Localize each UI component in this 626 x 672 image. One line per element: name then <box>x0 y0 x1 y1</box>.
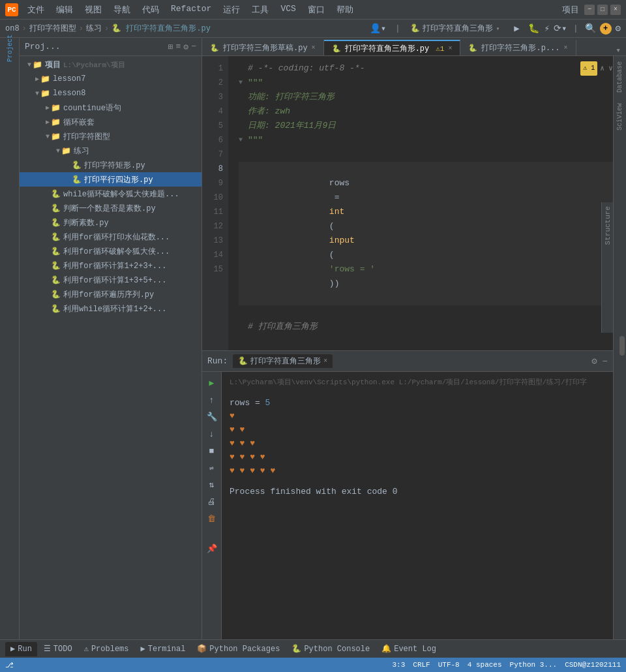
tree-while-sum[interactable]: ▶ 🐍 利用while循环计算1+2+... <box>20 301 201 316</box>
close-button[interactable]: × <box>610 5 621 15</box>
tree-prime1[interactable]: ▶ 🐍 判断一个数是否是素数.py <box>20 201 201 215</box>
menu-navigate[interactable]: 导航 <box>108 3 136 17</box>
bottom-tab-packages[interactable]: 📦 Python Packages <box>192 642 285 656</box>
line-num-4: 4 <box>202 104 223 119</box>
code-line-2: ▼ """ <box>239 76 613 90</box>
run-play-icon[interactable]: ▶ <box>205 376 219 390</box>
run-minimize-icon[interactable]: − <box>603 356 608 367</box>
tab-active-icon: 🐍 <box>332 44 341 53</box>
collapse-all-icon[interactable]: ⊞ <box>168 42 173 52</box>
breadcrumb-file[interactable]: 🐍 打印字符直角三角形.py <box>112 23 211 34</box>
tree-parallelogram-py[interactable]: ▶ 🐍 打印平行四边形.py <box>20 172 201 187</box>
python-version[interactable]: Python 3... <box>510 661 558 669</box>
tree-lesson7[interactable]: ▶ 📁 lesson7 <box>20 72 201 86</box>
menu-run[interactable]: 运行 <box>218 3 245 17</box>
bottom-tab-run[interactable]: ▶ Run <box>5 642 37 656</box>
coverage-button[interactable]: ⚡ <box>544 23 549 34</box>
menu-refactor[interactable]: Refactor <box>166 3 216 17</box>
menu-tools[interactable]: 工具 <box>246 3 274 17</box>
cursor-position[interactable]: 3:3 <box>393 661 406 669</box>
line-num-13: 13 <box>202 234 223 248</box>
run-config-label[interactable]: 打印字符直角三角形 <box>423 23 493 34</box>
profile-button[interactable]: ⟳▾ <box>554 23 567 34</box>
line-num-7: 7 <box>202 147 223 162</box>
run-wrench-icon[interactable]: 🔧 <box>205 410 219 424</box>
tree-for-sum1[interactable]: ▶ 🐍 利用for循环计算1+2+3+... <box>20 258 201 273</box>
maximize-button[interactable]: □ <box>597 5 608 15</box>
menu-window[interactable]: 窗口 <box>303 3 330 17</box>
run-tab-label: 打印字符直角三角形 <box>250 356 321 367</box>
run-down-icon[interactable]: ↓ <box>205 427 219 441</box>
line-num-11: 11 <box>202 205 223 219</box>
run-button[interactable]: ▶ <box>510 22 523 35</box>
tree-for-traverse[interactable]: ▶ 🐍 利用for循环遍历序列.py <box>20 287 201 301</box>
tab-active-close[interactable]: × <box>448 45 452 52</box>
breadcrumb-on8[interactable]: on8 <box>5 24 20 33</box>
user-icon[interactable]: 👤▾ <box>370 23 386 34</box>
tab-active[interactable]: 🐍 打印字符直角三角形.py ⚠1 × <box>324 40 461 55</box>
console-label: Python Console <box>304 645 370 654</box>
line-ending[interactable]: CRLF <box>413 661 430 669</box>
code-editor[interactable]: 1 2 3 4 5 6 7 8 9 10 11 12 13 14 <box>202 56 613 350</box>
bottom-tab-terminal[interactable]: ▶ Terminal <box>136 642 191 656</box>
tree-lesson8[interactable]: ▼ 📁 lesson8 <box>20 86 201 100</box>
run-print-icon[interactable]: 🖨 <box>205 495 219 509</box>
run-stop-icon[interactable]: ■ <box>205 444 219 458</box>
tab-third-close[interactable]: × <box>564 44 568 52</box>
settings-button[interactable]: ⚙ <box>616 23 621 34</box>
bottom-tab-eventlog[interactable]: 🔔 Event Log <box>376 642 441 656</box>
menu-code[interactable]: 代码 <box>137 3 164 17</box>
menu-file[interactable]: 文件 <box>22 3 50 17</box>
run-panel: Run: 🐍 打印字符直角三角形 × ⚙ − ▶ ↑ <box>202 350 613 639</box>
structure-tab[interactable]: Structure <box>602 202 614 249</box>
tab-draft[interactable]: 🐍 打印字符三角形草稿.py × <box>202 40 324 55</box>
minimize-button[interactable]: − <box>584 5 595 15</box>
sciview-tab[interactable]: SciView <box>615 98 625 136</box>
encoding[interactable]: UTF-8 <box>438 661 460 669</box>
run-settings-icon[interactable]: ⚙ <box>591 356 597 367</box>
panel-minimize-icon[interactable]: − <box>191 42 196 52</box>
search-button[interactable]: 🔍 <box>585 23 596 34</box>
panel-options-icon[interactable]: ⚙ <box>183 42 188 52</box>
tree-root[interactable]: ▼ 📁 项目 L:\Pycharm\项目 <box>20 57 201 72</box>
breadcrumb-folder[interactable]: 打印字符图型 <box>29 23 76 34</box>
run-wrap-icon[interactable]: ⇌ <box>205 461 219 475</box>
tree-narcissus[interactable]: ▶ 🐍 利用for循环打印水仙花数... <box>20 230 201 244</box>
line-num-3: 3 <box>202 90 223 104</box>
bottom-tab-python-console[interactable]: 🐍 Python Console <box>286 642 375 656</box>
tabs-overflow-icon[interactable]: ▾ <box>616 45 626 55</box>
run-up-icon[interactable]: ↑ <box>205 393 219 407</box>
scroll-from-source-icon[interactable]: ≡ <box>176 42 181 52</box>
code-content[interactable]: # -*- coding: utf-8 -*- ⚠ 1 ∧ ∨ ▼ """ <box>228 56 613 350</box>
debug-button[interactable]: 🐛 <box>527 22 540 35</box>
indent-info[interactable]: 4 spaces <box>468 661 502 669</box>
database-tab[interactable]: Database <box>615 56 625 98</box>
tree-prime2[interactable]: ▶ 🐍 判断素数.py <box>20 215 201 230</box>
run-tab-active[interactable]: 🐍 打印字符直角三角形 × <box>233 354 333 368</box>
menu-help[interactable]: 帮助 <box>331 3 359 17</box>
run-clear-icon[interactable]: 🗑 <box>205 512 219 526</box>
tree-countinue[interactable]: ▶ 📁 countinue语句 <box>20 100 201 115</box>
tree-rect-py[interactable]: ▶ 🐍 打印字符矩形.py <box>20 158 201 172</box>
bottom-tab-problems[interactable]: ⚠ Problems <box>79 642 134 656</box>
tree-loop-nested[interactable]: ▶ 📁 循环嵌套 <box>20 115 201 129</box>
run-filter-icon[interactable]: ⇅ <box>205 478 219 492</box>
menu-view[interactable]: 视图 <box>80 3 107 17</box>
project-sidebar-toggle[interactable]: Project <box>2 40 18 56</box>
breadcrumb-subfolder[interactable]: 练习 <box>86 23 102 34</box>
plus-button[interactable]: + <box>600 23 612 35</box>
tab-draft-close[interactable]: × <box>312 44 316 52</box>
tree-practice[interactable]: ▼ 📁 练习 <box>20 144 201 158</box>
run-tab-close[interactable]: × <box>323 358 327 365</box>
menu-edit[interactable]: 编辑 <box>51 3 78 17</box>
tree-for-crack[interactable]: ▶ 🐍 利用for循环破解令狐大侠... <box>20 244 201 258</box>
run-pin-icon[interactable]: 📌 <box>205 542 219 556</box>
tab-third[interactable]: 🐍 打印字符三角形.p... × <box>460 40 576 55</box>
menu-vcs[interactable]: VCS <box>275 3 301 17</box>
status-bar: ⎇ 3:3 CRLF UTF-8 4 spaces Python 3... CS… <box>0 658 626 672</box>
window-controls: − □ × <box>584 5 621 15</box>
tree-for-sum2[interactable]: ▶ 🐍 利用for循环计算1+3+5+... <box>20 273 201 287</box>
tree-while1[interactable]: ▶ 🐍 while循环破解令狐大侠难题... <box>20 187 201 201</box>
tree-print-char[interactable]: ▼ 📁 打印字符图型 <box>20 129 201 144</box>
bottom-tab-todo[interactable]: ☰ TODO <box>38 642 78 656</box>
